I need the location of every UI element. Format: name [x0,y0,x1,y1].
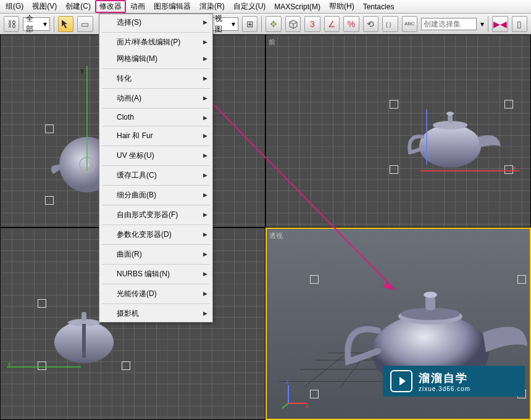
menu-item-radiosity[interactable]: 光能传递(D)▶ [99,286,212,302]
submenu-arrow-icon: ▶ [203,231,207,237]
submenu-arrow-icon: ▶ [203,115,207,121]
viewport-label: 透视 [269,231,283,241]
menu-item-nurbs[interactable]: NURBS 编辑(N)▶ [99,266,212,282]
box-icon[interactable] [285,16,301,32]
menu-separator [102,146,210,146]
menu-item-uv[interactable]: UV 坐标(U)▶ [99,147,212,164]
angle-snap-button[interactable]: ∠ [324,16,340,32]
menu-item-selection[interactable]: 选择(S)▶ [99,14,212,31]
svg-text:y: y [81,67,84,73]
menu-group[interactable]: 组(G) [1,0,28,13]
menu-item-ffd[interactable]: 自由形式变形器(F)▶ [99,207,212,223]
menu-item-animation[interactable]: 动画(A)▶ [99,90,212,107]
svg-text:y: y [8,361,11,367]
play-icon [390,370,412,392]
select-cursor-button[interactable] [58,16,73,32]
named-selection-input[interactable] [421,18,477,30]
svg-text:{ }: { } [386,22,391,28]
submenu-arrow-icon: ▶ [203,192,207,198]
mirror-button[interactable]: ▶◀ [492,16,508,32]
link-icon[interactable]: ⛓ [4,16,19,32]
axis-gizmo: y [81,66,99,177]
main-toolbar: ⛓ 全部 ▾ ▭ 视图 ▾ ⊞ ✥ 3 ∠ % ⟲ { } ABC ▾ ▶◀ ▯ [0,14,531,35]
menu-render[interactable]: 渲染(R) [195,0,229,13]
menu-separator [102,224,210,225]
submenu-arrow-icon: ▶ [203,152,207,159]
percent-snap-button[interactable]: % [343,16,359,32]
dropdown-icon: ▾ [480,20,484,28]
menu-item-param-deform[interactable]: 参数化变形器(D)▶ [99,226,212,243]
toolbar-separator [54,16,54,32]
menu-create[interactable]: 创建(C) [61,0,95,13]
watermark-url: zixue.3d66.com [419,385,470,392]
submenu-arrow-icon: ▶ [203,271,207,277]
menu-item-subdiv[interactable]: 细分曲面(B)▶ [99,187,212,204]
align-button[interactable]: ▯ [512,16,527,32]
submenu-arrow-icon: ▶ [203,310,207,316]
viewport-label: 前 [269,38,275,47]
menu-separator [102,126,210,126]
menu-separator [102,185,210,186]
select-region-button[interactable]: ▭ [77,16,93,32]
modifiers-dropdown: 选择(S)▶ 面片/样条线编辑(P)▶ 网格编辑(M)▶ 转化▶ 动画(A)▶ … [99,14,213,323]
submenu-arrow-icon: ▶ [203,172,207,178]
select-move-button[interactable]: ✥ [266,16,281,32]
menu-customize[interactable]: 自定义(U) [229,0,270,13]
menu-separator [102,264,210,265]
axis-gizmo: x [420,165,525,177]
toolbar-separator [488,16,488,32]
menu-item-hair-fur[interactable]: Hair 和 Fur▶ [99,128,212,144]
menu-help[interactable]: 帮助(H) [325,0,359,13]
svg-text:x: x [513,165,516,171]
menu-item-cache-tools[interactable]: 缓存工具(C)▶ [99,167,212,184]
menu-graph-editors[interactable]: 图形编辑器 [149,0,195,13]
submenu-arrow-icon: ▶ [203,75,207,81]
selection-filter-combo[interactable]: 全部 ▾ [23,17,49,31]
menu-item-conversion[interactable]: 转化▶ [99,70,212,87]
submenu-arrow-icon: ▶ [203,290,207,297]
menu-item-cameras[interactable]: 摄影机▶ [99,305,212,322]
submenu-arrow-icon: ▶ [203,251,207,257]
world-axis-icon: z x [282,379,313,410]
pivot-icon[interactable]: ⊞ [242,16,257,32]
selection-filter-label: 全部 [26,14,40,35]
menu-separator [102,284,210,284]
axis-gizmo: y [7,361,87,373]
menu-separator [102,244,210,245]
menu-separator [102,303,210,304]
snap-toggle-button[interactable]: 3 [304,16,320,32]
menu-modifiers[interactable]: 修改器 [95,0,126,13]
abc-icon[interactable]: ABC [402,16,417,32]
menu-item-mesh-edit[interactable]: 网格编辑(M)▶ [99,51,212,67]
dropdown-icon: ▾ [43,20,47,28]
menu-animation[interactable]: 动画 [126,0,149,13]
menu-item-cloth[interactable]: Cloth▶ [99,110,212,125]
watermark-title: 溜溜自学 [419,371,470,385]
submenu-arrow-icon: ▶ [203,212,207,218]
spinner-snap-button[interactable]: ⟲ [363,16,378,32]
selection-brackets [390,100,513,174]
submenu-arrow-icon: ▶ [203,95,207,101]
menu-separator [102,88,210,89]
menu-maxscript[interactable]: MAXScript(M) [270,1,325,12]
axis-gizmo [420,109,439,171]
watermark-badge: 溜溜自学 zixue.3d66.com [383,366,525,397]
submenu-arrow-icon: ▶ [203,133,207,139]
menu-view[interactable]: 视图(V) [28,0,61,13]
menu-item-patch-spline[interactable]: 面片/样条线编辑(P)▶ [99,34,212,51]
reference-coord-combo[interactable]: 视图 ▾ [212,17,238,31]
submenu-arrow-icon: ▶ [203,39,207,45]
svg-line-38 [282,403,288,408]
menubar: 组(G) 视图(V) 创建(C) 修改器 动画 图形编辑器 渲染(R) 自定义(… [0,0,531,14]
svg-text:x: x [306,403,309,410]
viewport-grid: y 前 x [0,35,531,420]
menu-item-surface[interactable]: 曲面(R)▶ [99,246,212,263]
menu-separator [102,68,210,69]
viewport-front[interactable]: 前 x [266,35,531,228]
edit-named-selection-button[interactable]: { } [382,16,398,32]
menu-separator [102,32,210,33]
submenu-arrow-icon: ▶ [203,19,207,25]
menu-tentacles[interactable]: Tentacles [359,1,399,12]
dropdown-icon: ▾ [232,20,235,28]
svg-text:z: z [286,379,289,385]
